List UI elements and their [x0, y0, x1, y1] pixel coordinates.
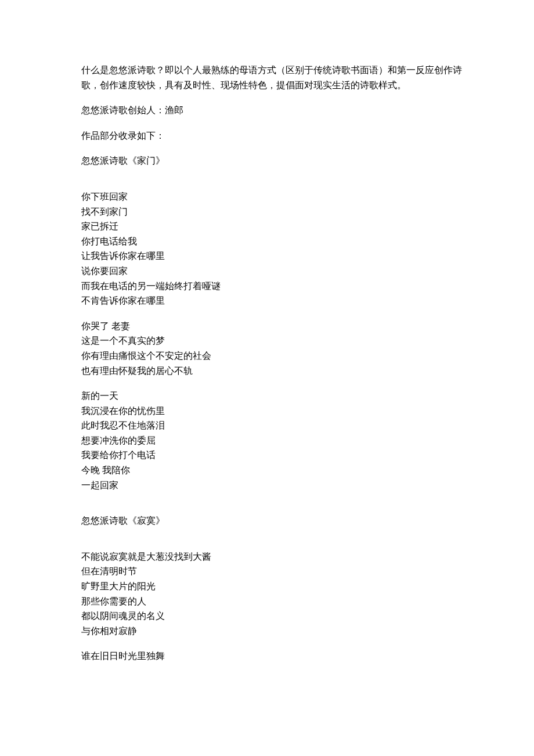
- poem-line: 这是一个不真实的梦: [81, 333, 464, 348]
- poem-line: 一起回家: [81, 478, 464, 493]
- poem-line: 新的一天: [81, 388, 464, 404]
- poem-stanza: 你哭了 老妻 这是一个不真实的梦 你有理由痛恨这个不安定的社会 也有理由怀疑我的…: [81, 319, 464, 378]
- poem-line: 不肯告诉你家在哪里: [81, 293, 464, 308]
- poem-line: 与你相对寂静: [81, 624, 464, 639]
- poem-line: 让我告诉你家在哪里: [81, 249, 464, 264]
- poem-stanza: 你下班回家 找不到家门 家已拆迁 你打电话给我 让我告诉你家在哪里 说你要回家 …: [81, 189, 464, 308]
- poem-stanza: 不能说寂寞就是大葱没找到大酱 但在清明时节 旷野里大片的阳光 那些你需要的人 都…: [81, 549, 464, 639]
- poem-title: 忽悠派诗歌《寂寞》: [81, 513, 464, 528]
- poem-line: 不能说寂寞就是大葱没找到大酱: [81, 549, 464, 564]
- founder-line: 忽悠派诗歌创始人：渔郎: [81, 103, 464, 118]
- poem-line: 谁在旧日时光里独舞: [81, 649, 464, 664]
- poem-line: 你哭了 老妻: [81, 319, 464, 334]
- spacer: [81, 503, 464, 513]
- poem-line: 你有理由痛恨这个不安定的社会: [81, 348, 464, 363]
- poem-line: 我要给你打个电话: [81, 448, 464, 463]
- poem-title: 忽悠派诗歌《家门》: [81, 153, 464, 168]
- poem-line: 家已拆迁: [81, 219, 464, 234]
- intro-paragraph: 什么是忽悠派诗歌？即以个人最熟练的母语方式（区别于传统诗歌书面语）和第一反应创作…: [81, 63, 464, 92]
- poem-line: 说你要回家: [81, 264, 464, 279]
- document-page: 什么是忽悠派诗歌？即以个人最熟练的母语方式（区别于传统诗歌书面语）和第一反应创作…: [0, 0, 534, 756]
- poem-line: 我沉浸在你的忧伤里: [81, 404, 464, 419]
- poem-line: 那些你需要的人: [81, 594, 464, 609]
- poem-line: 今晚 我陪你: [81, 463, 464, 478]
- poem-line: 你下班回家: [81, 189, 464, 204]
- collected-note: 作品部分收录如下：: [81, 128, 464, 143]
- poem-stanza: 新的一天 我沉浸在你的忧伤里 此时我忍不住地落泪 想要冲洗你的委屈 我要给你打个…: [81, 388, 464, 492]
- poem-line: 你打电话给我: [81, 234, 464, 249]
- poem-stanza: 谁在旧日时光里独舞: [81, 649, 464, 664]
- poem-line: 都以阴间魂灵的名义: [81, 609, 464, 624]
- poem-line: 也有理由怀疑我的居心不轨: [81, 363, 464, 379]
- poem-line: 此时我忍不住地落泪: [81, 418, 464, 433]
- poem-line: 找不到家门: [81, 204, 464, 219]
- poem-line: 旷野里大片的阳光: [81, 579, 464, 594]
- poem-line: 但在清明时节: [81, 564, 464, 579]
- poem-line: 想要冲洗你的委屈: [81, 433, 464, 448]
- poem-line: 而我在电话的另一端始终打着哑谜: [81, 279, 464, 294]
